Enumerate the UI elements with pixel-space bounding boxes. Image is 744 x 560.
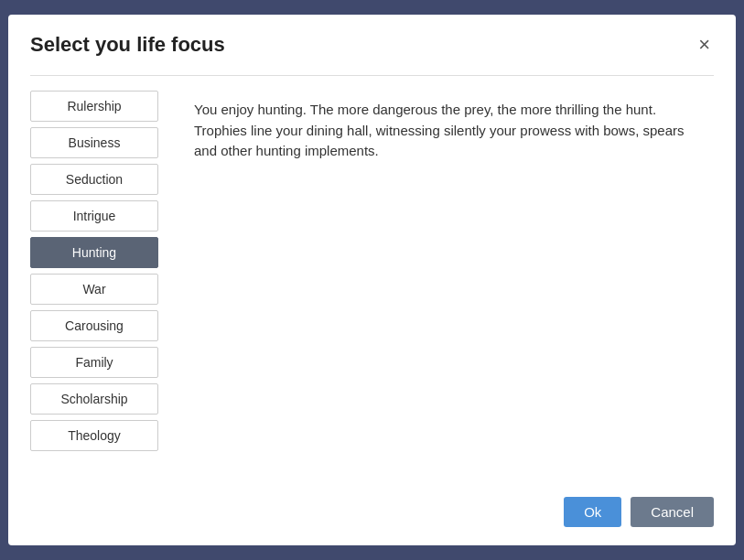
focus-btn-carousing[interactable]: Carousing — [30, 310, 158, 341]
focus-description: You enjoy hunting. The more dangerous th… — [185, 91, 714, 469]
focus-btn-war[interactable]: War — [30, 274, 158, 305]
focus-btn-theology[interactable]: Theology — [30, 420, 158, 451]
life-focus-modal: Select you life focus × RulershipBusines… — [8, 15, 736, 545]
focus-btn-scholarship[interactable]: Scholarship — [30, 383, 158, 415]
ok-button[interactable]: Ok — [564, 497, 621, 527]
close-button[interactable]: × — [695, 35, 714, 55]
focus-btn-hunting[interactable]: Hunting — [30, 237, 158, 268]
focus-btn-intrigue[interactable]: Intrigue — [30, 200, 158, 232]
cancel-button[interactable]: Cancel — [631, 497, 714, 527]
modal-header: Select you life focus × — [30, 33, 714, 57]
focus-btn-rulership[interactable]: Rulership — [30, 91, 158, 122]
focus-btn-business[interactable]: Business — [30, 127, 158, 158]
focus-btn-seduction[interactable]: Seduction — [30, 164, 158, 195]
modal-body: RulershipBusinessSeductionIntrigueHuntin… — [30, 91, 714, 469]
focus-list: RulershipBusinessSeductionIntrigueHuntin… — [30, 91, 163, 469]
modal-footer: Ok Cancel — [30, 488, 714, 527]
focus-btn-family[interactable]: Family — [30, 347, 158, 378]
header-divider — [30, 75, 714, 76]
modal-title: Select you life focus — [30, 33, 225, 57]
